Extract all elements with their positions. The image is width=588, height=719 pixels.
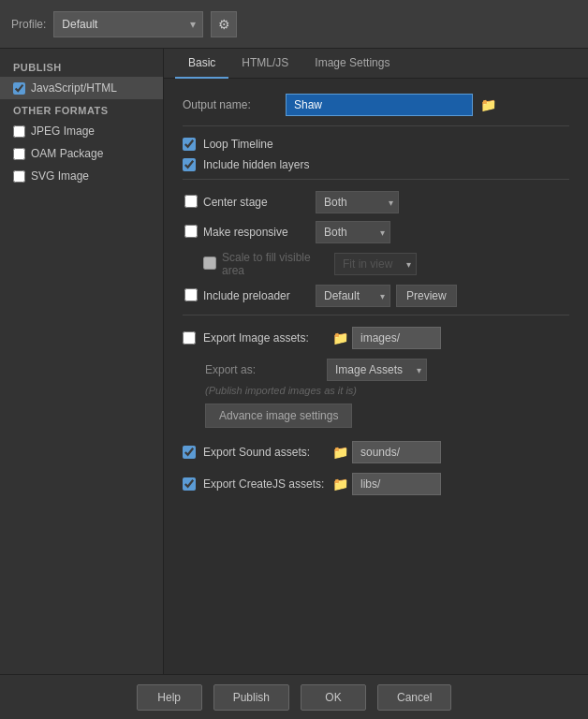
center-stage-label: Center stage bbox=[203, 196, 316, 209]
output-name-input[interactable] bbox=[286, 94, 473, 116]
output-name-label: Output name: bbox=[183, 98, 286, 111]
make-responsive-checkbox[interactable] bbox=[184, 225, 198, 238]
loop-timeline-row: Loop Timeline bbox=[183, 138, 569, 151]
export-createjs-checkbox[interactable] bbox=[183, 477, 196, 491]
export-sound-path-input[interactable] bbox=[352, 441, 441, 463]
export-image-checkbox[interactable] bbox=[183, 331, 196, 345]
sidebar: PUBLISH JavaScript/HTML OTHER FORMATS JP… bbox=[0, 49, 164, 674]
scale-fill-select: Fit in view Fill view bbox=[334, 253, 417, 275]
sidebar-item-oam[interactable]: OAM Package bbox=[0, 142, 163, 165]
make-responsive-select[interactable]: Both Width Height None bbox=[316, 221, 390, 243]
export-createjs-row: Export CreateJS assets: 📁 bbox=[183, 473, 569, 495]
scale-fill-label: Scale to fill visible area bbox=[222, 251, 334, 277]
export-createjs-label[interactable]: Export CreateJS assets: bbox=[203, 477, 332, 491]
gear-icon: ⚙ bbox=[218, 17, 230, 32]
include-hidden-checkbox[interactable] bbox=[183, 158, 196, 171]
preloader-dropdown-wrapper[interactable]: Default Custom None bbox=[316, 285, 390, 307]
divider-1 bbox=[183, 125, 569, 126]
export-sound-row: Export Sound assets: 📁 bbox=[183, 441, 569, 463]
jpeg-checkbox[interactable] bbox=[13, 125, 25, 138]
cancel-button[interactable]: Cancel bbox=[377, 684, 451, 711]
svg-label: SVG Image bbox=[31, 169, 89, 183]
javascript-html-label: JavaScript/HTML bbox=[31, 81, 117, 95]
include-hidden-label[interactable]: Include hidden layers bbox=[203, 158, 309, 171]
help-button[interactable]: Help bbox=[137, 684, 202, 711]
export-as-select[interactable]: Image Assets Sprite Sheet bbox=[327, 359, 427, 381]
divider-2 bbox=[183, 179, 569, 180]
preview-button[interactable]: Preview bbox=[396, 285, 457, 307]
tab-basic[interactable]: Basic bbox=[175, 49, 228, 79]
loop-timeline-label[interactable]: Loop Timeline bbox=[203, 138, 273, 151]
publish-button[interactable]: Publish bbox=[213, 684, 289, 711]
top-bar: Profile: Default ⚙ bbox=[0, 0, 588, 49]
export-as-label: Export as: bbox=[205, 363, 327, 376]
gear-button[interactable]: ⚙ bbox=[211, 11, 237, 37]
export-image-path-input[interactable] bbox=[352, 327, 441, 349]
other-formats-title: OTHER FORMATS bbox=[0, 99, 163, 120]
preloader-checkbox[interactable] bbox=[184, 288, 198, 301]
export-sound-label[interactable]: Export Sound assets: bbox=[203, 446, 332, 459]
advance-image-settings-button[interactable]: Advance image settings bbox=[205, 404, 352, 428]
tab-htmljs[interactable]: HTML/JS bbox=[228, 49, 301, 79]
export-sound-folder-icon[interactable]: 📁 bbox=[332, 445, 348, 460]
divider-3 bbox=[183, 315, 569, 315]
export-as-row: Export as: Image Assets Sprite Sheet bbox=[183, 359, 569, 381]
output-name-row: Output name: 📁 bbox=[183, 94, 569, 116]
export-image-label[interactable]: Export Image assets: bbox=[203, 331, 332, 345]
profile-label: Profile: bbox=[11, 18, 46, 31]
tabs-bar: Basic HTML/JS Image Settings bbox=[164, 49, 588, 79]
sidebar-item-jpeg[interactable]: JPEG Image bbox=[0, 120, 163, 142]
publish-section-title: PUBLISH bbox=[0, 56, 163, 77]
main-layout: PUBLISH JavaScript/HTML OTHER FORMATS JP… bbox=[0, 49, 588, 674]
export-sound-checkbox[interactable] bbox=[183, 446, 196, 459]
center-stage-dropdown-wrapper[interactable]: Both Horizontal Vertical None bbox=[316, 191, 399, 213]
content-area: Basic HTML/JS Image Settings Output name… bbox=[164, 49, 588, 674]
make-responsive-row: Make responsive Both Width Height None bbox=[183, 221, 569, 243]
center-stage-row: Center stage Both Horizontal Vertical No… bbox=[183, 191, 569, 213]
sidebar-item-svg[interactable]: SVG Image bbox=[0, 165, 163, 187]
preloader-select[interactable]: Default Custom None bbox=[316, 285, 390, 307]
export-as-dropdown-wrapper[interactable]: Image Assets Sprite Sheet bbox=[327, 359, 427, 381]
preloader-row: Include preloader Default Custom None Pr… bbox=[183, 285, 569, 307]
export-image-row: Export Image assets: 📁 bbox=[183, 327, 569, 349]
oam-checkbox[interactable] bbox=[13, 148, 25, 160]
javascript-html-checkbox[interactable] bbox=[13, 82, 25, 95]
profile-select[interactable]: Default bbox=[53, 11, 203, 37]
output-folder-icon[interactable]: 📁 bbox=[480, 97, 496, 112]
scale-fill-checkbox bbox=[203, 257, 216, 270]
jpeg-label: JPEG Image bbox=[31, 125, 95, 138]
ok-button[interactable]: OK bbox=[301, 684, 366, 711]
sidebar-item-javascript-html[interactable]: JavaScript/HTML bbox=[0, 77, 163, 99]
scale-fill-dropdown-wrapper: Fit in view Fill view bbox=[334, 253, 417, 275]
tab-image-settings[interactable]: Image Settings bbox=[301, 49, 403, 79]
center-stage-checkbox[interactable] bbox=[184, 195, 198, 208]
bottom-bar: Help Publish OK Cancel bbox=[0, 674, 588, 719]
export-image-folder-icon[interactable]: 📁 bbox=[332, 330, 348, 345]
make-responsive-dropdown-wrapper[interactable]: Both Width Height None bbox=[316, 221, 390, 243]
export-createjs-path-input[interactable] bbox=[352, 473, 441, 495]
preloader-label: Include preloader bbox=[203, 289, 316, 302]
svg-checkbox[interactable] bbox=[13, 170, 25, 183]
form-area: Output name: 📁 Loop Timeline Include hid… bbox=[164, 79, 588, 520]
center-stage-select[interactable]: Both Horizontal Vertical None bbox=[316, 191, 399, 213]
publish-note: (Publish imported images as it is) bbox=[183, 385, 569, 396]
profile-select-wrapper[interactable]: Default bbox=[53, 11, 203, 37]
include-hidden-row: Include hidden layers bbox=[183, 158, 569, 171]
loop-timeline-checkbox[interactable] bbox=[183, 138, 196, 151]
export-createjs-folder-icon[interactable]: 📁 bbox=[332, 477, 348, 492]
make-responsive-label: Make responsive bbox=[203, 226, 316, 239]
scale-fill-row: Scale to fill visible area Fit in view F… bbox=[183, 251, 569, 277]
oam-label: OAM Package bbox=[31, 147, 103, 160]
